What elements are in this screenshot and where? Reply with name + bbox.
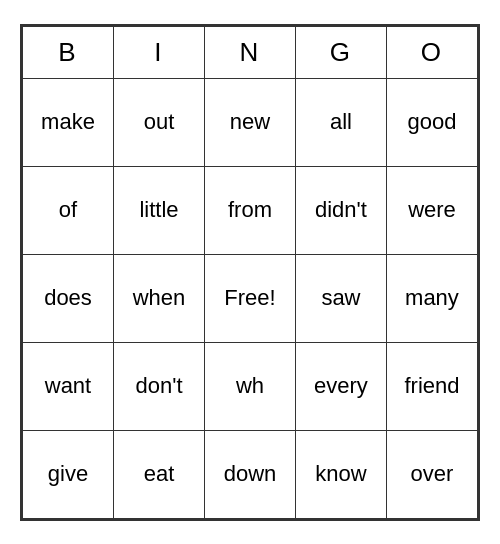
table-cell: all xyxy=(295,78,386,166)
bingo-body: makeoutnewallgoodoflittlefromdidn'twered… xyxy=(23,78,478,518)
table-row: giveeatdownknowover xyxy=(23,430,478,518)
table-cell: friend xyxy=(386,342,477,430)
table-cell: wh xyxy=(204,342,295,430)
table-cell: saw xyxy=(295,254,386,342)
table-row: oflittlefromdidn'twere xyxy=(23,166,478,254)
table-cell: out xyxy=(114,78,205,166)
table-cell: from xyxy=(204,166,295,254)
table-row: wantdon'twheveryfriend xyxy=(23,342,478,430)
table-cell: many xyxy=(386,254,477,342)
table-cell: give xyxy=(23,430,114,518)
table-cell: every xyxy=(295,342,386,430)
table-cell: does xyxy=(23,254,114,342)
table-cell: make xyxy=(23,78,114,166)
table-cell: know xyxy=(295,430,386,518)
table-cell: were xyxy=(386,166,477,254)
col-header-b: B xyxy=(23,26,114,78)
col-header-g: G xyxy=(295,26,386,78)
table-row: makeoutnewallgood xyxy=(23,78,478,166)
table-cell: good xyxy=(386,78,477,166)
table-cell: don't xyxy=(114,342,205,430)
table-cell: want xyxy=(23,342,114,430)
table-cell: over xyxy=(386,430,477,518)
table-cell: Free! xyxy=(204,254,295,342)
table-cell: of xyxy=(23,166,114,254)
table-cell: when xyxy=(114,254,205,342)
table-cell: didn't xyxy=(295,166,386,254)
table-row: doeswhenFree!sawmany xyxy=(23,254,478,342)
col-header-o: O xyxy=(386,26,477,78)
header-row: B I N G O xyxy=(23,26,478,78)
bingo-table: B I N G O makeoutnewallgoodoflittlefromd… xyxy=(22,26,478,519)
bingo-card: B I N G O makeoutnewallgoodoflittlefromd… xyxy=(20,24,480,521)
table-cell: little xyxy=(114,166,205,254)
table-cell: down xyxy=(204,430,295,518)
table-cell: eat xyxy=(114,430,205,518)
col-header-i: I xyxy=(114,26,205,78)
col-header-n: N xyxy=(204,26,295,78)
table-cell: new xyxy=(204,78,295,166)
